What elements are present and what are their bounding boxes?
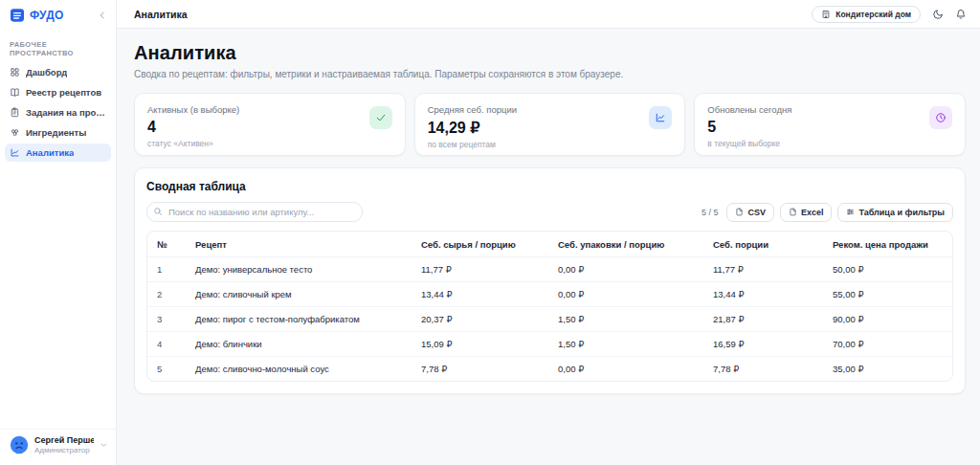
sidebar-item-production-tasks[interactable]: Задания на производст… (5, 103, 111, 122)
table-cell: 50,00 ₽ (827, 257, 952, 281)
sliders-icon (846, 208, 855, 216)
sidebar-item-label: Реестр рецептов (26, 87, 101, 98)
column-header: Себ. сырья / порцию (415, 232, 552, 256)
table-row[interactable]: 5Демо: сливочно-молочный соус7,78 ₽0,00 … (147, 356, 952, 381)
stat-sub: статус «Активен» (147, 139, 239, 148)
table-cell: 20,37 ₽ (415, 307, 552, 331)
table-cell: 11,77 ₽ (707, 257, 827, 281)
table-cell: 1,50 ₽ (552, 332, 707, 356)
stat-label: Активных (в выборке) (147, 104, 239, 115)
table-cell: 2 (147, 282, 189, 306)
topbar: Аналитика Кондитерский дом (117, 0, 980, 29)
sidebar-item-label: Задания на производст… (26, 107, 106, 118)
table-cell: 1 (147, 257, 189, 281)
table-cell: 7,78 ₽ (707, 357, 827, 381)
table-row[interactable]: 4Демо: блинчики15,09 ₽1,50 ₽16,59 ₽70,00… (147, 331, 952, 356)
clock-icon (929, 106, 952, 129)
topbar-actions: Кондитерский дом (812, 6, 967, 23)
export-csv-button[interactable]: CSV (726, 203, 774, 222)
table-cell: 21,87 ₽ (707, 307, 827, 331)
stat-text: Активных (в выборке)4статус «Активен» (147, 104, 239, 144)
stat-text: Обновлены сегодня5в текущей выборке (707, 104, 791, 144)
table-cell: Демо: пирог с тестом-полуфабрикатом (189, 307, 415, 331)
sidebar-item-dashboard[interactable]: Дашборд (5, 63, 111, 81)
user-role: Администратор (34, 446, 94, 455)
sidebar-item-recipes-registry[interactable]: Реестр рецептов (5, 83, 111, 101)
search-field (146, 202, 363, 222)
column-header: Себ. упаковки / порцию (552, 232, 707, 256)
user-name: Сергей Першев (34, 435, 94, 446)
table-cell: 1,50 ₽ (552, 307, 707, 331)
table-cell: Демо: сливочный крем (189, 282, 415, 306)
table-header-row: №РецептСеб. сырья / порциюСеб. упаковки … (147, 232, 952, 256)
sidebar-collapse-button[interactable] (97, 10, 108, 21)
table-row[interactable]: 2Демо: сливочный крем13,44 ₽0,00 ₽13,44 … (147, 281, 952, 306)
stat-sub: по всем рецептам (428, 140, 517, 149)
table-cell: 0,00 ₽ (552, 257, 707, 281)
check-icon (369, 106, 392, 129)
sidebar-section-label: Рабочее пространство (0, 33, 116, 63)
table-cell: Демо: блинчики (189, 332, 415, 356)
chart-icon (10, 147, 20, 158)
table-cell: 3 (147, 307, 189, 331)
sidebar-item-analytics[interactable]: Аналитика (5, 144, 111, 162)
table-row[interactable]: 3Демо: пирог с тестом-полуфабрикатом20,3… (147, 306, 952, 331)
book-icon (10, 87, 20, 98)
sidebar-item-ingredients[interactable]: Ингредиенты (5, 123, 111, 142)
table-card-title: Сводная таблица (146, 180, 953, 193)
table-cell: 13,44 ₽ (415, 282, 552, 306)
logo-text: ФУДО (30, 9, 64, 22)
toolbar-right: 5 / 5 CSV Excel Таблица и фильтры (702, 203, 953, 222)
page-title: Аналитика (134, 42, 966, 64)
search-input[interactable] (146, 202, 363, 222)
theme-toggle-moon-icon[interactable] (932, 9, 944, 20)
sidebar: ФУДО Рабочее пространство ДашбордРеестр … (0, 0, 117, 465)
tenant-button[interactable]: Кондитерский дом (812, 6, 921, 23)
user-menu[interactable]: Сергей Першев Администратор (0, 429, 116, 455)
main-column: Аналитика Кондитерский дом Аналитика Сво… (117, 0, 980, 465)
table-row[interactable]: 1Демо: универсальное тесто11,77 ₽0,00 ₽1… (147, 256, 952, 281)
sidebar-header: ФУДО (0, 8, 116, 33)
column-header: Рецепт (189, 232, 415, 256)
chevron-down-icon (100, 440, 108, 450)
stat-card-active-in-selection: Активных (в выборке)4статус «Активен» (134, 93, 406, 156)
column-header: № (147, 232, 189, 256)
app-logo[interactable]: ФУДО (10, 8, 64, 23)
stat-label: Обновлены сегодня (707, 104, 791, 115)
clipboard-icon (10, 107, 20, 118)
table-cell: 15,09 ₽ (415, 332, 552, 356)
table-cell: 55,00 ₽ (827, 282, 952, 306)
sidebar-item-label: Ингредиенты (26, 127, 86, 138)
file-icon (735, 208, 744, 216)
table-filters-button[interactable]: Таблица и фильтры (837, 203, 953, 222)
table-cell: Демо: универсальное тесто (189, 257, 415, 281)
breadcrumb: Аналитика (134, 9, 188, 20)
table-cell: 0,00 ₽ (552, 357, 707, 381)
ingredients-icon (10, 127, 20, 138)
recipes-table: №РецептСеб. сырья / порциюСеб. упаковки … (146, 231, 953, 382)
user-meta: Сергей Першев Администратор (34, 435, 94, 455)
search-icon (153, 207, 163, 216)
filters-button-label: Таблица и фильтры (858, 208, 945, 217)
table-cell: 16,59 ₽ (707, 332, 827, 356)
stat-value: 14,29 ₽ (428, 119, 517, 137)
line-chart-icon (649, 106, 672, 129)
table-cell: 5 (147, 357, 189, 381)
export-excel-button[interactable]: Excel (780, 203, 833, 222)
table-cell: 11,77 ₽ (415, 257, 552, 281)
table-cell: 4 (147, 332, 189, 356)
notifications-bell-icon[interactable] (955, 9, 967, 20)
table-cell: Демо: сливочно-молочный соус (189, 357, 415, 381)
table-cell: 70,00 ₽ (827, 332, 952, 356)
sidebar-item-label: Аналитика (26, 147, 74, 158)
stat-label: Средняя себ. порции (428, 104, 517, 115)
table-toolbar: 5 / 5 CSV Excel Таблица и фильтры (146, 202, 953, 222)
building-icon (821, 10, 831, 19)
table-cell: 0,00 ₽ (552, 282, 707, 306)
csv-button-label: CSV (747, 208, 766, 217)
stat-value: 4 (147, 119, 239, 136)
column-header: Реком. цена продажи (827, 232, 952, 256)
stat-value: 5 (707, 119, 791, 136)
table-cell: 90,00 ₽ (827, 307, 952, 331)
stats-row: Активных (в выборке)4статус «Активен»Сре… (134, 93, 966, 156)
